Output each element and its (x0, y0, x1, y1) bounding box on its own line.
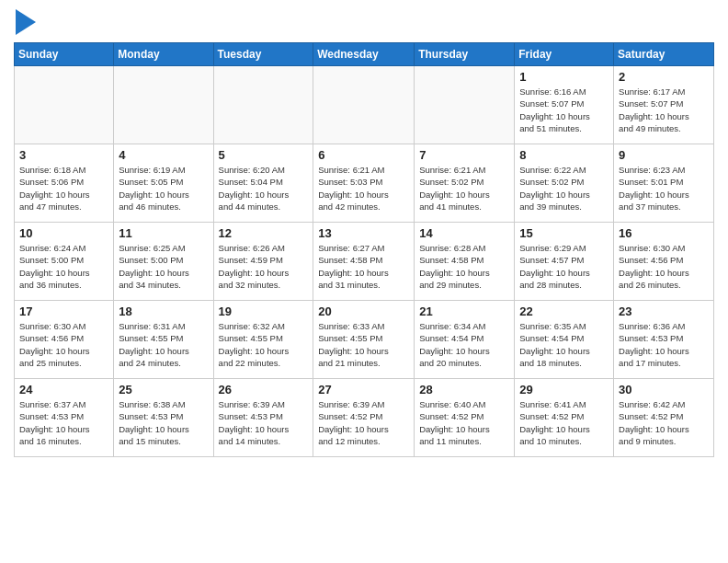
calendar-cell: 19Sunrise: 6:32 AM Sunset: 4:55 PM Dayli… (213, 301, 313, 379)
day-number: 23 (619, 304, 709, 318)
svg-marker-0 (16, 9, 36, 35)
calendar-cell (213, 66, 313, 144)
day-number: 6 (318, 148, 409, 162)
day-info: Sunrise: 6:21 AM Sunset: 5:03 PM Dayligh… (318, 164, 409, 213)
day-number: 10 (19, 226, 108, 240)
calendar-cell: 6Sunrise: 6:21 AM Sunset: 5:03 PM Daylig… (313, 144, 415, 223)
day-number: 29 (519, 383, 609, 396)
day-info: Sunrise: 6:19 AM Sunset: 5:05 PM Dayligh… (119, 164, 208, 213)
day-info: Sunrise: 6:30 AM Sunset: 4:56 PM Dayligh… (619, 242, 709, 291)
day-number: 18 (119, 304, 208, 318)
calendar-cell: 26Sunrise: 6:39 AM Sunset: 4:53 PM Dayli… (213, 379, 313, 457)
week-row-2: 3Sunrise: 6:18 AM Sunset: 5:06 PM Daylig… (15, 144, 714, 223)
logo (14, 9, 36, 35)
calendar-cell: 1Sunrise: 6:16 AM Sunset: 5:07 PM Daylig… (515, 66, 614, 144)
day-number: 25 (119, 383, 208, 396)
day-number: 21 (419, 304, 509, 318)
day-number: 12 (219, 226, 309, 240)
day-info: Sunrise: 6:39 AM Sunset: 4:53 PM Dayligh… (219, 398, 309, 447)
calendar-cell: 23Sunrise: 6:36 AM Sunset: 4:53 PM Dayli… (614, 301, 714, 379)
day-number: 5 (219, 148, 309, 162)
page-header (14, 9, 714, 35)
day-number: 14 (419, 226, 509, 240)
calendar-cell (415, 66, 515, 144)
day-info: Sunrise: 6:29 AM Sunset: 4:57 PM Dayligh… (519, 242, 609, 291)
day-number: 3 (19, 148, 108, 162)
calendar-cell: 16Sunrise: 6:30 AM Sunset: 4:56 PM Dayli… (614, 223, 714, 301)
calendar-cell: 9Sunrise: 6:23 AM Sunset: 5:01 PM Daylig… (614, 144, 714, 223)
day-number: 11 (119, 226, 208, 240)
calendar-cell: 24Sunrise: 6:37 AM Sunset: 4:53 PM Dayli… (15, 379, 114, 457)
calendar-cell (313, 66, 415, 144)
week-row-5: 24Sunrise: 6:37 AM Sunset: 4:53 PM Dayli… (15, 379, 714, 457)
column-header-saturday: Saturday (614, 43, 714, 66)
calendar-cell (15, 66, 114, 144)
page-container: SundayMondayTuesdayWednesdayThursdayFrid… (0, 0, 728, 466)
calendar-table: SundayMondayTuesdayWednesdayThursdayFrid… (14, 42, 714, 457)
week-row-1: 1Sunrise: 6:16 AM Sunset: 5:07 PM Daylig… (15, 66, 714, 144)
calendar-cell: 17Sunrise: 6:30 AM Sunset: 4:56 PM Dayli… (15, 301, 114, 379)
calendar-cell: 22Sunrise: 6:35 AM Sunset: 4:54 PM Dayli… (515, 301, 614, 379)
day-info: Sunrise: 6:24 AM Sunset: 5:00 PM Dayligh… (19, 242, 108, 291)
day-info: Sunrise: 6:31 AM Sunset: 4:55 PM Dayligh… (119, 320, 208, 369)
calendar-cell: 13Sunrise: 6:27 AM Sunset: 4:58 PM Dayli… (313, 223, 415, 301)
day-number: 20 (318, 304, 409, 318)
column-header-monday: Monday (114, 43, 213, 66)
calendar-cell: 2Sunrise: 6:17 AM Sunset: 5:07 PM Daylig… (614, 66, 714, 144)
day-info: Sunrise: 6:40 AM Sunset: 4:52 PM Dayligh… (419, 398, 509, 447)
day-number: 1 (519, 70, 609, 84)
day-info: Sunrise: 6:38 AM Sunset: 4:53 PM Dayligh… (119, 398, 208, 447)
column-header-thursday: Thursday (415, 43, 515, 66)
day-number: 17 (19, 304, 108, 318)
calendar-header-row: SundayMondayTuesdayWednesdayThursdayFrid… (15, 43, 714, 66)
column-header-sunday: Sunday (15, 43, 114, 66)
calendar-cell: 10Sunrise: 6:24 AM Sunset: 5:00 PM Dayli… (15, 223, 114, 301)
day-number: 7 (419, 148, 509, 162)
day-info: Sunrise: 6:30 AM Sunset: 4:56 PM Dayligh… (19, 320, 108, 369)
day-number: 26 (219, 383, 309, 396)
calendar-cell: 20Sunrise: 6:33 AM Sunset: 4:55 PM Dayli… (313, 301, 415, 379)
day-info: Sunrise: 6:16 AM Sunset: 5:07 PM Dayligh… (519, 86, 609, 134)
day-info: Sunrise: 6:36 AM Sunset: 4:53 PM Dayligh… (619, 320, 709, 369)
day-number: 27 (318, 383, 409, 396)
calendar-cell: 4Sunrise: 6:19 AM Sunset: 5:05 PM Daylig… (114, 144, 213, 223)
calendar-cell: 7Sunrise: 6:21 AM Sunset: 5:02 PM Daylig… (415, 144, 515, 223)
day-number: 30 (619, 383, 709, 396)
day-info: Sunrise: 6:23 AM Sunset: 5:01 PM Dayligh… (619, 164, 709, 213)
day-number: 19 (219, 304, 309, 318)
week-row-4: 17Sunrise: 6:30 AM Sunset: 4:56 PM Dayli… (15, 301, 714, 379)
day-number: 2 (619, 70, 709, 84)
calendar-cell: 12Sunrise: 6:26 AM Sunset: 4:59 PM Dayli… (213, 223, 313, 301)
calendar-cell: 3Sunrise: 6:18 AM Sunset: 5:06 PM Daylig… (15, 144, 114, 223)
day-info: Sunrise: 6:33 AM Sunset: 4:55 PM Dayligh… (318, 320, 409, 369)
day-info: Sunrise: 6:21 AM Sunset: 5:02 PM Dayligh… (419, 164, 509, 213)
day-info: Sunrise: 6:26 AM Sunset: 4:59 PM Dayligh… (219, 242, 309, 291)
calendar-cell: 18Sunrise: 6:31 AM Sunset: 4:55 PM Dayli… (114, 301, 213, 379)
day-info: Sunrise: 6:37 AM Sunset: 4:53 PM Dayligh… (19, 398, 108, 447)
day-number: 28 (419, 383, 509, 396)
day-info: Sunrise: 6:20 AM Sunset: 5:04 PM Dayligh… (219, 164, 309, 213)
day-number: 15 (519, 226, 609, 240)
calendar-cell: 5Sunrise: 6:20 AM Sunset: 5:04 PM Daylig… (213, 144, 313, 223)
day-number: 13 (318, 226, 409, 240)
day-info: Sunrise: 6:41 AM Sunset: 4:52 PM Dayligh… (519, 398, 609, 447)
day-info: Sunrise: 6:35 AM Sunset: 4:54 PM Dayligh… (519, 320, 609, 369)
day-info: Sunrise: 6:25 AM Sunset: 5:00 PM Dayligh… (119, 242, 208, 291)
logo-icon (16, 9, 36, 35)
calendar-cell: 21Sunrise: 6:34 AM Sunset: 4:54 PM Dayli… (415, 301, 515, 379)
column-header-tuesday: Tuesday (213, 43, 313, 66)
day-number: 8 (519, 148, 609, 162)
calendar-cell (114, 66, 213, 144)
calendar-cell: 25Sunrise: 6:38 AM Sunset: 4:53 PM Dayli… (114, 379, 213, 457)
day-number: 24 (19, 383, 108, 396)
day-info: Sunrise: 6:27 AM Sunset: 4:58 PM Dayligh… (318, 242, 409, 291)
calendar-cell: 11Sunrise: 6:25 AM Sunset: 5:00 PM Dayli… (114, 223, 213, 301)
calendar-cell: 8Sunrise: 6:22 AM Sunset: 5:02 PM Daylig… (515, 144, 614, 223)
day-info: Sunrise: 6:17 AM Sunset: 5:07 PM Dayligh… (619, 86, 709, 134)
day-info: Sunrise: 6:39 AM Sunset: 4:52 PM Dayligh… (318, 398, 409, 447)
column-header-wednesday: Wednesday (313, 43, 415, 66)
day-info: Sunrise: 6:28 AM Sunset: 4:58 PM Dayligh… (419, 242, 509, 291)
calendar-cell: 15Sunrise: 6:29 AM Sunset: 4:57 PM Dayli… (515, 223, 614, 301)
week-row-3: 10Sunrise: 6:24 AM Sunset: 5:00 PM Dayli… (15, 223, 714, 301)
day-info: Sunrise: 6:22 AM Sunset: 5:02 PM Dayligh… (519, 164, 609, 213)
